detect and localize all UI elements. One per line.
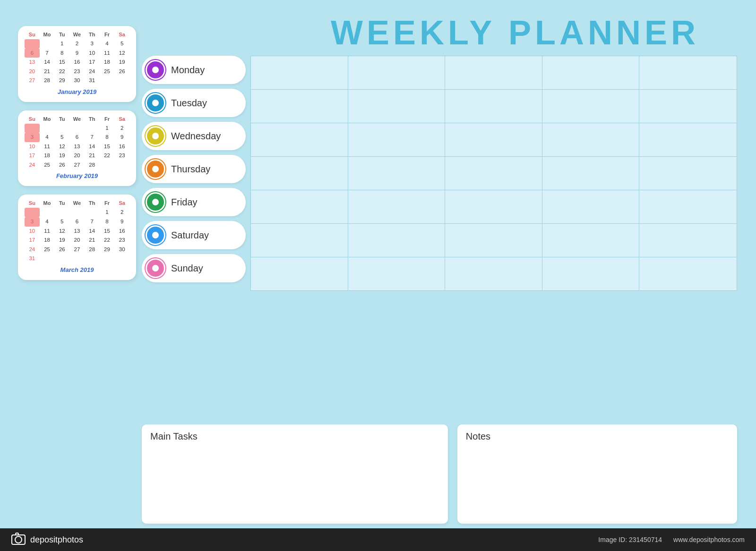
grid-cell xyxy=(542,157,640,190)
grid-cell xyxy=(542,56,640,89)
grid-cell xyxy=(251,257,348,290)
grid-row-2 xyxy=(251,90,737,123)
calendars-column: Su Mo Tu We Th Fr Sa 12345 6789101112 13… xyxy=(18,26,136,280)
grid-cell xyxy=(542,90,640,123)
grid-cell xyxy=(348,224,446,257)
grid-cell xyxy=(445,123,542,156)
day-tuesday: Tuesday xyxy=(142,89,246,117)
grid-row-1 xyxy=(251,56,737,90)
grid-cell xyxy=(639,90,737,123)
day-saturday: Saturday xyxy=(142,221,246,249)
page-title: WEEKLY PLANNER xyxy=(293,13,737,52)
day-sunday: Sunday xyxy=(142,254,246,282)
grid-cell xyxy=(348,123,446,156)
grid-cell xyxy=(348,56,446,89)
day-monday: Monday xyxy=(142,56,246,84)
grid-cell xyxy=(251,56,348,89)
planner-grid xyxy=(250,56,737,291)
grid-cell xyxy=(542,123,640,156)
grid-cell xyxy=(639,257,737,290)
camera-bump xyxy=(15,533,19,535)
jan-label: January 2019 xyxy=(25,88,129,95)
grid-cell xyxy=(251,190,348,223)
grid-cell xyxy=(639,157,737,190)
col-th: Th xyxy=(85,32,100,37)
grid-cell xyxy=(542,224,640,257)
wednesday-label: Wednesday xyxy=(171,131,221,142)
cal-grid-feb: 12 3456789 10111213141516 17181920212223… xyxy=(25,124,129,170)
mar-label: March 2019 xyxy=(25,266,129,273)
image-id-value: 231450714 xyxy=(629,536,662,543)
grid-row-4 xyxy=(251,157,737,190)
grid-cell xyxy=(251,123,348,156)
day-friday: Friday xyxy=(142,188,246,216)
col-fr: Fr xyxy=(100,32,115,37)
thursday-icon xyxy=(145,158,166,180)
grid-cell xyxy=(445,157,542,190)
bottom-row: Main Tasks Notes xyxy=(142,424,737,524)
grid-cell xyxy=(445,257,542,290)
friday-icon xyxy=(145,191,166,213)
grid-cell xyxy=(251,157,348,190)
col-tu: Tu xyxy=(54,32,69,37)
grid-cell xyxy=(542,257,640,290)
main-tasks-panel: Main Tasks xyxy=(142,424,448,524)
monday-icon xyxy=(145,59,166,81)
grid-cell xyxy=(445,56,542,89)
col-su: Su xyxy=(25,32,40,37)
monday-label: Monday xyxy=(171,65,205,76)
friday-label: Friday xyxy=(171,197,198,208)
grid-row-6 xyxy=(251,224,737,257)
grid-cell xyxy=(348,257,446,290)
grid-cell xyxy=(251,224,348,257)
footer: depositphotos Image ID: 231450714 www.de… xyxy=(0,528,756,551)
notes-panel: Notes xyxy=(457,424,737,524)
calendar-march: Su Mo Tu We Th Fr Sa 12 3456789 10111213… xyxy=(18,195,136,280)
grid-cell xyxy=(639,123,737,156)
feb-label: February 2019 xyxy=(25,172,129,179)
image-id-label: Image ID: 231450714 xyxy=(598,536,662,543)
grid-cell xyxy=(251,90,348,123)
calendar-february: Su Mo Tu We Th Fr Sa 12 3456789 10111213… xyxy=(18,110,136,186)
saturday-icon xyxy=(145,224,166,246)
website-label: www.depositphotos.com xyxy=(673,536,745,543)
grid-cell xyxy=(445,190,542,223)
wednesday-icon xyxy=(145,125,166,147)
grid-cell xyxy=(445,224,542,257)
grid-cell xyxy=(445,90,542,123)
grid-cell xyxy=(639,190,737,223)
grid-cell xyxy=(639,224,737,257)
col-mo: Mo xyxy=(40,32,55,37)
cal-grid-jan: 12345 6789101112 13141516171819 20212223… xyxy=(25,39,129,85)
grid-cell xyxy=(348,157,446,190)
days-column: Monday Tuesday Wednesday Thursday Friday… xyxy=(142,56,246,282)
cal-grid-mar: 12 3456789 10111213141516 17181920212223… xyxy=(25,208,129,263)
grid-row-7 xyxy=(251,257,737,290)
day-thursday: Thursday xyxy=(142,155,246,183)
brand-name: depositphotos xyxy=(30,535,83,545)
cal-header-mar: Su Mo Tu We Th Fr Sa xyxy=(25,200,129,206)
calendar-january: Su Mo Tu We Th Fr Sa 12345 6789101112 13… xyxy=(18,26,136,102)
cal-header-jan: Su Mo Tu We Th Fr Sa xyxy=(25,32,129,37)
grid-cell xyxy=(348,90,446,123)
grid-cell xyxy=(639,56,737,89)
notes-label: Notes xyxy=(466,431,729,442)
camera-icon xyxy=(11,534,26,545)
main-tasks-label: Main Tasks xyxy=(150,431,439,442)
col-sa: Sa xyxy=(114,32,129,37)
tuesday-label: Tuesday xyxy=(171,98,207,109)
sunday-label: Sunday xyxy=(171,263,203,274)
sunday-icon xyxy=(145,257,166,279)
footer-brand: depositphotos xyxy=(11,534,83,545)
footer-info: Image ID: 231450714 www.depositphotos.co… xyxy=(598,536,745,543)
col-we: We xyxy=(69,32,85,37)
cal-header-feb: Su Mo Tu We Th Fr Sa xyxy=(25,116,129,122)
thursday-label: Thursday xyxy=(171,164,210,175)
day-wednesday: Wednesday xyxy=(142,122,246,150)
grid-row-3 xyxy=(251,123,737,157)
saturday-label: Saturday xyxy=(171,230,209,241)
grid-cell xyxy=(348,190,446,223)
grid-row-5 xyxy=(251,190,737,224)
grid-cell xyxy=(542,190,640,223)
tuesday-icon xyxy=(145,92,166,114)
